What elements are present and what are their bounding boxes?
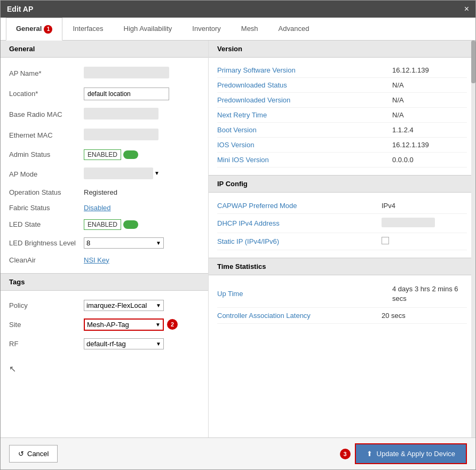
ip-table: CAPWAP Preferred Mode IPv4 DHCP IPv4 Add… — [209, 193, 475, 256]
operation-status-text: Registered — [84, 188, 117, 196]
predownloaded-version-label: Predownloaded Version — [217, 96, 392, 104]
step-2-badge: 2 — [167, 319, 178, 330]
policy-arrow: ▼ — [156, 302, 161, 308]
base-radio-blurred — [84, 108, 158, 120]
nsi-key-link[interactable]: NSI Key — [84, 256, 109, 264]
uptime-value: 4 days 3 hrs 2 mins 6 secs — [392, 284, 467, 304]
site-text: Mesh-AP-Tag — [87, 321, 129, 329]
predownloaded-status-value: N/A — [392, 81, 467, 89]
policy-value[interactable]: imarquez-FlexLocal ▼ — [84, 300, 200, 311]
close-button[interactable]: × — [464, 5, 469, 13]
base-radio-mac-value — [84, 108, 200, 121]
led-brightness-text: 8 — [86, 239, 90, 247]
ap-mode-value[interactable]: ▼ — [84, 168, 200, 181]
ios-version-label: IOS Version — [217, 141, 392, 149]
ap-mode-label: AP Mode — [9, 170, 84, 178]
apply-icon: ⬆ — [367, 450, 372, 458]
operation-status-row: Operation Status Registered — [9, 185, 200, 200]
site-tag-row: Site Mesh-AP-Tag ▼ 2 — [9, 315, 200, 334]
predownloaded-status-label: Predownloaded Status — [217, 81, 392, 89]
general-form: AP Name* Location* Base Radio MAC — [1, 58, 208, 273]
static-ip-checkbox[interactable] — [382, 237, 389, 244]
tab-interfaces[interactable]: Interfaces — [62, 18, 113, 41]
static-ip-label: Static IP (IPv4/IPv6) — [217, 237, 382, 245]
cancel-button[interactable]: ↺ Cancel — [9, 445, 58, 463]
admin-status-value: ENABLED — [84, 149, 200, 160]
cleanair-value[interactable]: NSI Key — [84, 256, 200, 264]
mini-ios-label: Mini IOS Version — [217, 156, 392, 164]
cleanair-row: CleanAir NSI Key — [9, 252, 200, 268]
tab-inventory[interactable]: Inventory — [182, 18, 231, 41]
ap-name-label: AP Name* — [9, 69, 84, 77]
next-retry-value: N/A — [392, 111, 467, 119]
tags-form: Policy imarquez-FlexLocal ▼ Site Mesh-AP… — [1, 291, 208, 359]
version-row-5: IOS Version 16.12.1.139 — [217, 138, 467, 153]
admin-status-badge[interactable]: ENABLED — [84, 149, 138, 160]
apply-button[interactable]: ⬆ Update & Apply to Device — [355, 443, 467, 464]
ios-version-value: 16.12.1.139 — [392, 141, 467, 149]
led-brightness-arrow: ▼ — [156, 240, 161, 246]
dialog-footer: ↺ Cancel 3 ⬆ Update & Apply to Device — [1, 437, 475, 469]
uptime-label: Up Time — [217, 290, 392, 298]
tab-general[interactable]: General1 — [6, 18, 62, 41]
site-label: Site — [9, 321, 84, 329]
cursor-area: ↖ — [1, 359, 208, 379]
right-scrollbar[interactable] — [471, 41, 475, 437]
led-enabled-text: ENABLED — [84, 219, 121, 230]
admin-status-label: Admin Status — [9, 150, 84, 158]
base-radio-mac-row: Base Radio MAC — [9, 104, 200, 125]
primary-sw-value: 16.12.1.139 — [392, 66, 467, 74]
capwap-label: CAPWAP Preferred Mode — [217, 202, 382, 210]
location-row: Location* — [9, 84, 200, 104]
rf-arrow: ▼ — [156, 341, 161, 347]
tags-section-header: Tags — [1, 273, 208, 291]
fabric-status-text[interactable]: Disabled — [84, 204, 111, 212]
version-row-1: Predownloaded Status N/A — [217, 78, 467, 93]
main-content: General AP Name* Location* Base Radio MA… — [1, 41, 475, 437]
controller-latency-label: Controller Association Latency — [217, 312, 382, 320]
rf-label: RF — [9, 340, 84, 348]
cleanair-label: CleanAir — [9, 256, 84, 264]
led-state-badge[interactable]: ENABLED — [84, 219, 138, 230]
admin-enabled-text: ENABLED — [84, 149, 121, 160]
tab-mesh[interactable]: Mesh — [231, 18, 268, 41]
ap-mode-arrow: ▼ — [154, 170, 160, 176]
dhcp-blurred — [382, 218, 435, 227]
led-brightness-select[interactable]: 8 ▼ — [84, 237, 164, 249]
ap-mode-blurred — [84, 168, 153, 179]
time-stats-header: Time Statistics — [209, 258, 475, 275]
location-input[interactable] — [84, 87, 169, 100]
capwap-value: IPv4 — [382, 202, 467, 210]
policy-select[interactable]: imarquez-FlexLocal ▼ — [84, 300, 164, 311]
led-toggle[interactable] — [123, 220, 138, 229]
fabric-status-value[interactable]: Disabled — [84, 204, 200, 212]
uptime-row: Up Time 4 days 3 hrs 2 mins 6 secs — [217, 281, 467, 308]
fabric-status-row: Fabric Status Disabled — [9, 200, 200, 216]
scrollbar-thumb[interactable] — [471, 41, 475, 83]
ap-name-value — [84, 67, 200, 80]
led-state-value: ENABLED — [84, 219, 200, 230]
version-section-header: Version — [209, 41, 475, 58]
static-ip-value[interactable] — [382, 237, 467, 246]
tab-high-availability[interactable]: High Availability — [114, 18, 183, 41]
time-table: Up Time 4 days 3 hrs 2 mins 6 secs Contr… — [209, 275, 475, 329]
operation-status-value: Registered — [84, 188, 200, 196]
step-3-badge: 3 — [340, 449, 351, 459]
led-brightness-label: LED Brightness Level — [9, 239, 84, 247]
rf-value[interactable]: default-rf-tag ▼ — [84, 338, 200, 349]
led-state-row: LED State ENABLED — [9, 216, 200, 234]
led-brightness-value[interactable]: 8 ▼ — [84, 237, 200, 249]
admin-toggle[interactable] — [123, 150, 138, 159]
rf-tag-row: RF default-rf-tag ▼ — [9, 334, 200, 353]
led-state-label: LED State — [9, 220, 84, 228]
site-select[interactable]: Mesh-AP-Tag ▼ — [84, 318, 164, 331]
dialog-title: Edit AP — [7, 5, 33, 13]
led-brightness-row: LED Brightness Level 8 ▼ — [9, 234, 200, 252]
tab-advanced[interactable]: Advanced — [268, 18, 320, 41]
rf-select[interactable]: default-rf-tag ▼ — [84, 338, 164, 349]
site-arrow: ▼ — [155, 322, 161, 328]
tab-bar: General1 Interfaces High Availability In… — [1, 18, 475, 41]
next-retry-label: Next Retry Time — [217, 111, 392, 119]
location-value[interactable] — [84, 87, 200, 100]
site-value[interactable]: Mesh-AP-Tag ▼ 2 — [84, 318, 200, 331]
